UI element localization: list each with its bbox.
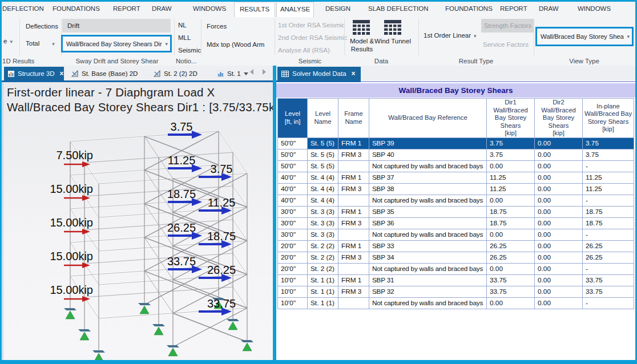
structure-3d-viewport[interactable]: First-order linear - 7 Diaphgram Load X … [2,82,273,360]
deflections-button[interactable]: Deflections [26,23,58,30]
mll-button[interactable]: MLL [178,34,191,41]
table-cell[interactable]: 0.00 [535,274,583,286]
table-cell[interactable]: Not captured by walls and braced bays [369,297,487,309]
table-cell[interactable]: 18.75 [583,206,634,217]
table-cell[interactable]: 30'0" [278,206,308,217]
table-cell[interactable]: 0.00 [535,183,583,195]
table-cell[interactable]: 0.00 [535,217,583,229]
table-cell[interactable]: 33.75 [487,274,535,286]
table-cell[interactable]: SBP 40 [369,149,487,160]
table-cell[interactable]: 0.00 [535,160,583,172]
tab-scroll-right-icon[interactable] [263,69,266,75]
table-cell[interactable]: 30'0" [278,217,308,229]
table-cell[interactable]: St. 4 (4) [308,183,338,195]
table-cell[interactable]: 0.00 [535,137,583,149]
view-type-combo[interactable]: Wall/Braced Bay Storey Shears ▾ [535,27,634,46]
table-cell[interactable]: St. 5 (5) [308,137,338,149]
table-cell[interactable]: - [583,297,634,309]
table-row[interactable]: 40'0"St. 4 (4)FRM 1SBP 3711.250.0011.25 [278,172,634,183]
table-cell[interactable]: - [583,263,634,274]
table-cell[interactable]: 0.00 [487,297,535,309]
table-cell[interactable]: 40'0" [278,195,308,206]
result-type-dropdown[interactable]: 1st Order Linear▾ [424,32,477,39]
table-cell[interactable]: FRM 3 [338,149,369,160]
table-cell[interactable]: 0.00 [535,206,583,217]
table-cell[interactable]: St. 1 (1) [308,274,338,286]
ribbon-tab-deflection[interactable]: DEFLECTION [2,5,44,12]
table-cell[interactable]: Not captured by walls and braced bays [369,195,487,206]
table-cell[interactable]: FRM 3 [338,217,369,229]
table-cell[interactable]: 0.00 [487,195,535,206]
table-cell[interactable]: St. 2 (2) [308,263,338,274]
pane-divider[interactable] [273,66,276,360]
table-cell[interactable]: FRM 3 [338,183,369,195]
table-cell[interactable] [338,297,369,309]
table-cell[interactable]: 50'0" [278,149,308,160]
ribbon-tab-report-2[interactable]: REPORT [500,5,527,12]
table-cell[interactable]: SBP 37 [369,172,487,183]
table-cell[interactable]: 11.25 [583,183,634,195]
close-icon[interactable]: × [352,70,356,77]
table-row[interactable]: 40'0"St. 4 (4)Not captured by walls and … [278,195,634,206]
table-cell[interactable]: FRM 3 [338,286,369,297]
table-cell[interactable]: 0.00 [535,172,583,183]
table-cell[interactable]: 0.00 [535,149,583,160]
table-row[interactable]: 20'0"St. 2 (2)FRM 3SBP 3426.250.0026.25 [278,252,634,263]
table-row[interactable]: 30'0"St. 3 (3)FRM 3SBP 3618.750.0018.75 [278,217,634,229]
table-cell[interactable]: SBP 32 [369,286,487,297]
table-cell[interactable]: SBP 34 [369,252,487,263]
ribbon-tab-draw[interactable]: DRAW [152,5,172,12]
ribbon-tab-foundations[interactable]: FOUNDATIONS [53,5,100,12]
table-cell[interactable]: St. 3 (3) [308,217,338,229]
table-cell[interactable]: 0.00 [535,263,583,274]
table-row[interactable]: 40'0"St. 4 (4)FRM 3SBP 3811.250.0011.25 [278,183,634,195]
table-cell[interactable]: 50'0" [278,160,308,172]
table-cell[interactable]: St. 2 (2) [308,252,338,263]
table-row[interactable]: 20'0"St. 2 (2)Not captured by walls and … [278,263,634,274]
table-cell[interactable]: 0.00 [487,160,535,172]
table-cell[interactable]: FRM 1 [338,206,369,217]
nl-button[interactable]: NL [178,22,187,29]
tab-structure-3d[interactable]: Structure 3D × [4,67,64,80]
wind-tunnel-button[interactable] [383,19,402,35]
table-cell[interactable]: FRM 1 [338,172,369,183]
table-cell[interactable]: 3.75 [487,149,535,160]
table-cell[interactable]: St. 4 (4) [308,195,338,206]
table-cell[interactable]: FRM 3 [338,252,369,263]
table-cell[interactable]: 18.75 [487,217,535,229]
ribbon-tab-results-active[interactable]: RESULTS [234,2,275,17]
ribbon-tab-slab-deflection[interactable]: SLAB DEFLECTION [368,5,428,12]
table-cell[interactable]: 18.75 [487,206,535,217]
table-cell[interactable]: 33.75 [487,286,535,297]
table-cell[interactable]: Not captured by walls and braced bays [369,263,487,274]
table-cell[interactable]: 11.25 [487,183,535,195]
table-cell[interactable]: 0.00 [535,229,583,240]
table-cell[interactable]: FRM 1 [338,137,369,149]
table-cell[interactable]: 33.75 [583,274,634,286]
ribbon-tab-report[interactable]: REPORT [113,5,140,12]
table-cell[interactable]: 20'0" [278,263,308,274]
close-icon[interactable]: × [60,70,64,77]
table-cell[interactable]: 0.00 [535,286,583,297]
table-cell[interactable]: FRM 1 [338,240,369,252]
table-cell[interactable]: St. 5 (5) [308,149,338,160]
table-cell[interactable]: SBP 35 [369,206,487,217]
table-cell[interactable]: 40'0" [278,172,308,183]
table-cell[interactable]: SBP 31 [369,274,487,286]
table-cell[interactable]: 26.25 [583,252,634,263]
table-row[interactable]: 30'0"St. 3 (3)Not captured by walls and … [278,229,634,240]
table-cell[interactable]: St. 3 (3) [308,229,338,240]
table-cell[interactable]: St. 5 (5) [308,160,338,172]
ribbon-tab-analyse-active[interactable]: ANALYSE [276,2,314,17]
mdx-button[interactable]: Mdx top (Wood Arm [207,41,272,48]
tab-st-base-2d[interactable]: St. Base (Base) 2D [67,67,139,80]
table-row[interactable]: 30'0"St. 3 (3)FRM 1SBP 3518.750.0018.75 [278,206,634,217]
table-cell[interactable]: 10'0" [278,297,308,309]
tab-st-1[interactable]: St. 1 [213,67,247,80]
forces-button[interactable]: Forces [207,23,227,30]
table-cell[interactable]: 0.00 [535,252,583,263]
table-row[interactable]: 50'0"St. 5 (5)FRM 3SBP 403.750.003.75 [278,149,634,160]
table-cell[interactable]: 0.00 [535,195,583,206]
table-cell[interactable]: 30'0" [278,229,308,240]
table-row[interactable]: 50'0"St. 5 (5)Not captured by walls and … [278,160,634,172]
